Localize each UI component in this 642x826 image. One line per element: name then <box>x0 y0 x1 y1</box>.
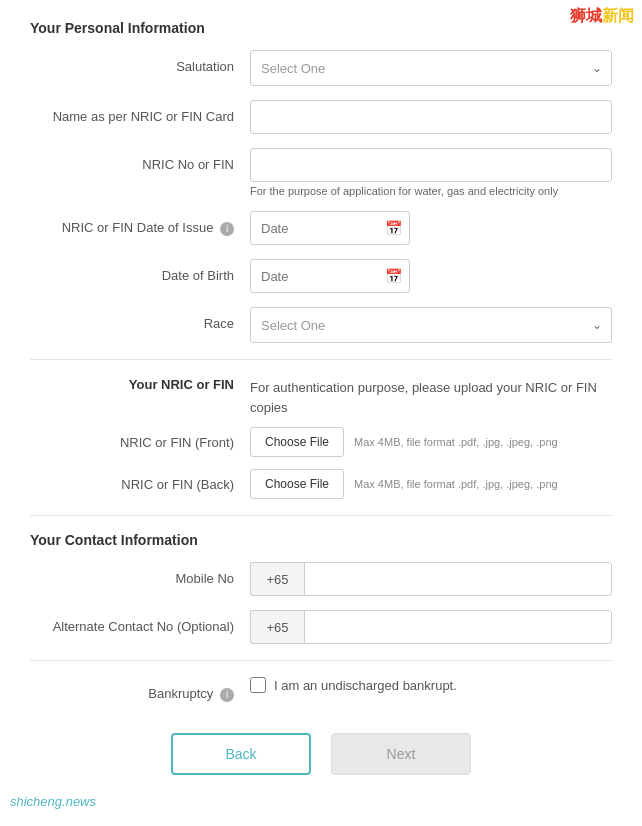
nric-no-hint: For the purpose of application for water… <box>250 185 612 197</box>
alternate-contact-control: +65 <box>250 610 612 644</box>
nric-upload-title: Your NRIC or FIN <box>30 376 250 394</box>
nric-front-control: Choose File Max 4MB, file format .pdf, .… <box>250 427 558 457</box>
nric-front-choose-file-button[interactable]: Choose File <box>250 427 344 457</box>
bankruptcy-label: Bankruptcy i <box>30 677 250 703</box>
footer-buttons: Back Next <box>30 733 612 795</box>
nric-no-label: NRIC No or FIN <box>30 148 250 174</box>
name-label: Name as per NRIC or FIN Card <box>30 100 250 126</box>
race-select-wrapper: Select One Chinese Malay Indian Others ⌄ <box>250 307 612 343</box>
nric-no-input[interactable] <box>250 148 612 182</box>
dob-control: 📅 <box>250 259 612 293</box>
nric-front-hint: Max 4MB, file format .pdf, .jpg, .jpeg, … <box>354 436 558 448</box>
dob-label: Date of Birth <box>30 259 250 285</box>
divider-3 <box>30 660 612 661</box>
dob-date-wrapper: 📅 <box>250 259 410 293</box>
race-select[interactable]: Select One Chinese Malay Indian Others <box>250 307 612 343</box>
divider-1 <box>30 359 612 360</box>
mobile-input[interactable] <box>304 562 612 596</box>
nric-back-hint: Max 4MB, file format .pdf, .jpg, .jpeg, … <box>354 478 558 490</box>
alternate-contact-group: Alternate Contact No (Optional) +65 <box>30 610 612 644</box>
nric-no-control: For the purpose of application for water… <box>250 148 612 197</box>
bankruptcy-info-icon[interactable]: i <box>220 688 234 702</box>
nric-no-group: NRIC No or FIN For the purpose of applic… <box>30 148 612 197</box>
contact-info-title: Your Contact Information <box>30 532 612 548</box>
nric-back-choose-file-button[interactable]: Choose File <box>250 469 344 499</box>
race-label: Race <box>30 307 250 333</box>
watermark-top-right: 狮城新闻 <box>570 6 634 27</box>
name-control <box>250 100 612 134</box>
dob-input[interactable] <box>250 259 410 293</box>
salutation-select[interactable]: Select One Mr Mrs Ms Dr Prof <box>250 50 612 86</box>
nric-back-group: NRIC or FIN (Back) Choose File Max 4MB, … <box>30 469 612 499</box>
nric-front-label: NRIC or FIN (Front) <box>30 435 250 450</box>
mobile-wrapper: +65 <box>250 562 612 596</box>
nric-date-info-icon[interactable]: i <box>220 222 234 236</box>
mobile-control: +65 <box>250 562 612 596</box>
mobile-label: Mobile No <box>30 562 250 588</box>
salutation-select-wrapper: Select One Mr Mrs Ms Dr Prof ⌄ <box>250 50 612 86</box>
back-button[interactable]: Back <box>171 733 311 775</box>
race-group: Race Select One Chinese Malay Indian Oth… <box>30 307 612 343</box>
mobile-group: Mobile No +65 <box>30 562 612 596</box>
nric-date-group: NRIC or FIN Date of Issue i 📅 <box>30 211 612 245</box>
alternate-contact-label: Alternate Contact No (Optional) <box>30 610 250 636</box>
personal-info-title: Your Personal Information <box>30 20 612 36</box>
race-control: Select One Chinese Malay Indian Others ⌄ <box>250 307 612 343</box>
salutation-control: Select One Mr Mrs Ms Dr Prof ⌄ <box>250 50 612 86</box>
alternate-country-code: +65 <box>250 610 304 644</box>
bankruptcy-group: Bankruptcy i I am an undischarged bankru… <box>30 677 612 703</box>
bottom-watermark: shicheng.news <box>10 794 96 809</box>
nric-back-label: NRIC or FIN (Back) <box>30 477 250 492</box>
nric-back-control: Choose File Max 4MB, file format .pdf, .… <box>250 469 558 499</box>
divider-2 <box>30 515 612 516</box>
bankruptcy-control: I am an undischarged bankrupt. <box>250 677 612 693</box>
alternate-input[interactable] <box>304 610 612 644</box>
next-button[interactable]: Next <box>331 733 471 775</box>
nric-date-wrapper: 📅 <box>250 211 410 245</box>
mobile-country-code: +65 <box>250 562 304 596</box>
name-group: Name as per NRIC or FIN Card <box>30 100 612 134</box>
nric-upload-header: Your NRIC or FIN For authentication purp… <box>30 376 612 417</box>
nric-front-group: NRIC or FIN (Front) Choose File Max 4MB,… <box>30 427 612 457</box>
salutation-label: Salutation <box>30 50 250 76</box>
dob-group: Date of Birth 📅 <box>30 259 612 293</box>
name-input[interactable] <box>250 100 612 134</box>
bankruptcy-checkbox[interactable] <box>250 677 266 693</box>
nric-date-control: 📅 <box>250 211 612 245</box>
alternate-wrapper: +65 <box>250 610 612 644</box>
bankruptcy-checkbox-label: I am an undischarged bankrupt. <box>274 678 457 693</box>
bankruptcy-wrapper: I am an undischarged bankrupt. <box>250 677 612 693</box>
nric-upload-desc: For authentication purpose, please uploa… <box>250 376 612 417</box>
nric-date-input[interactable] <box>250 211 410 245</box>
salutation-group: Salutation Select One Mr Mrs Ms Dr Prof … <box>30 50 612 86</box>
nric-date-label: NRIC or FIN Date of Issue i <box>30 211 250 237</box>
